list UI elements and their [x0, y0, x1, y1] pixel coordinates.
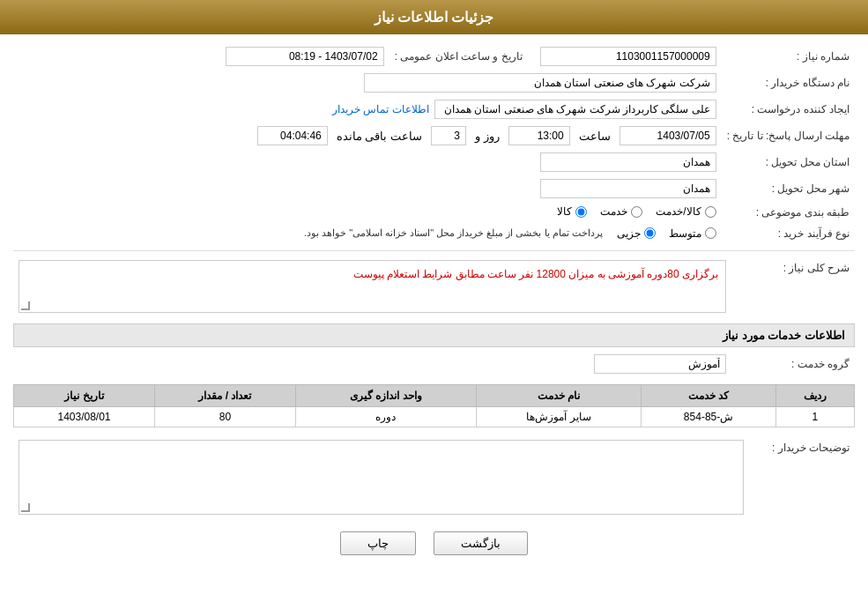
deadline-time-label: ساعت: [579, 130, 611, 143]
deadline-date-input[interactable]: [619, 126, 716, 145]
purchase-motavaset-label: متوسط: [669, 227, 701, 240]
purchase-jozi-option[interactable]: جزیی: [617, 227, 656, 240]
creator-label: ایجاد کننده درخواست :: [722, 96, 855, 123]
purchase-jozi-label: جزیی: [617, 227, 641, 240]
services-section-title: اطلاعات خدمات مورد نیاز: [13, 323, 855, 347]
neyaz-number-input[interactable]: [540, 47, 716, 66]
category-kala-label: کالا: [557, 205, 572, 218]
back-button[interactable]: بازگشت: [434, 531, 528, 555]
category-label: طبقه بندی موضوعی :: [722, 202, 855, 224]
table-cell-unit: دوره: [295, 406, 476, 427]
col-unit: واحد اندازه گیری: [295, 384, 476, 406]
buyer-notes-box: [19, 440, 744, 515]
category-kala-khedmat-label: کالا/خدمت: [656, 205, 701, 218]
col-date: تاریخ نیاز: [14, 384, 155, 406]
bottom-buttons: بازگشت چاپ: [13, 531, 855, 555]
province-input[interactable]: [540, 152, 716, 172]
creator-input[interactable]: [434, 100, 716, 119]
purchase-type-label: نوع فرآیند خرید :: [722, 224, 855, 243]
city-input[interactable]: [540, 179, 716, 198]
city-label: شهر محل تحویل :: [722, 175, 855, 202]
description-box: برگزاری 80دوره آموزشی به میزان 12800 نفر…: [19, 260, 726, 313]
col-service-code: کد خدمت: [642, 384, 775, 406]
purchase-type-desc: پرداخت تمام یا بخشی از مبلغ خریداز محل "…: [304, 227, 603, 239]
table-cell-service_name: سایر آموزش‌ها: [476, 406, 642, 427]
table-cell-quantity: 80: [155, 406, 296, 427]
table-row: 1ش-85-854سایر آموزش‌هادوره801403/08/01: [14, 406, 855, 427]
purchase-motavaset-radio[interactable]: [705, 227, 716, 239]
deadline-days-input[interactable]: [431, 126, 466, 145]
purchase-jozi-radio[interactable]: [644, 227, 656, 239]
table-cell-row_num: 1: [775, 406, 854, 427]
table-cell-date: 1403/08/01: [14, 406, 155, 427]
neyaz-number-label: شماره نیاز :: [722, 43, 855, 70]
purchase-motavaset-option[interactable]: متوسط: [669, 227, 716, 240]
page-title: جزئیات اطلاعات نیاز: [375, 10, 494, 25]
resize-handle[interactable]: [21, 301, 30, 310]
deadline-remaining-input[interactable]: [257, 126, 328, 145]
creator-contact-link[interactable]: اطلاعات تماس خریدار: [332, 103, 429, 115]
province-label: استان محل تحویل :: [722, 149, 855, 175]
col-service-name: نام خدمت: [476, 384, 642, 406]
deadline-days-label: روز و: [475, 130, 500, 143]
buyer-org-input[interactable]: [364, 73, 716, 93]
service-group-input[interactable]: [594, 354, 726, 374]
buyer-org-label: نام دستگاه خریدار :: [722, 70, 855, 96]
category-kala-option[interactable]: کالا: [557, 205, 587, 218]
publish-date-input[interactable]: [226, 47, 384, 66]
print-button[interactable]: چاپ: [340, 531, 416, 555]
buyer-notes-label: توضیحات خریدار :: [749, 436, 855, 518]
services-table: ردیف کد خدمت نام خدمت واحد اندازه گیری ت…: [13, 384, 855, 427]
deadline-label: مهلت ارسال پاسخ: تا تاریخ :: [722, 123, 855, 149]
category-kala-radio[interactable]: [575, 206, 587, 218]
textarea-resize-handle[interactable]: [21, 503, 30, 512]
col-row-num: ردیف: [775, 384, 854, 406]
table-cell-service_code: ش-85-854: [642, 406, 775, 427]
publish-date-label: تاریخ و ساعت اعلان عمومی :: [389, 43, 528, 70]
buyer-notes-textarea[interactable]: [19, 441, 743, 511]
description-label: شرح کلی نیاز :: [731, 256, 855, 316]
deadline-remaining-label: ساعت باقی مانده: [337, 130, 422, 143]
category-kala-khedmat-radio[interactable]: [705, 206, 716, 218]
category-khedmat-label: خدمت: [600, 205, 627, 218]
col-quantity: تعداد / مقدار: [155, 384, 296, 406]
description-content: برگزاری 80دوره آموزشی به میزان 12800 نفر…: [353, 268, 718, 280]
page-header: جزئیات اطلاعات نیاز: [0, 0, 868, 34]
category-kala-khedmat-option[interactable]: کالا/خدمت: [656, 205, 716, 218]
service-group-label: گروه خدمت :: [731, 351, 855, 377]
deadline-time-input[interactable]: [508, 126, 570, 145]
category-khedmat-option[interactable]: خدمت: [600, 205, 642, 218]
category-khedmat-radio[interactable]: [631, 206, 642, 218]
